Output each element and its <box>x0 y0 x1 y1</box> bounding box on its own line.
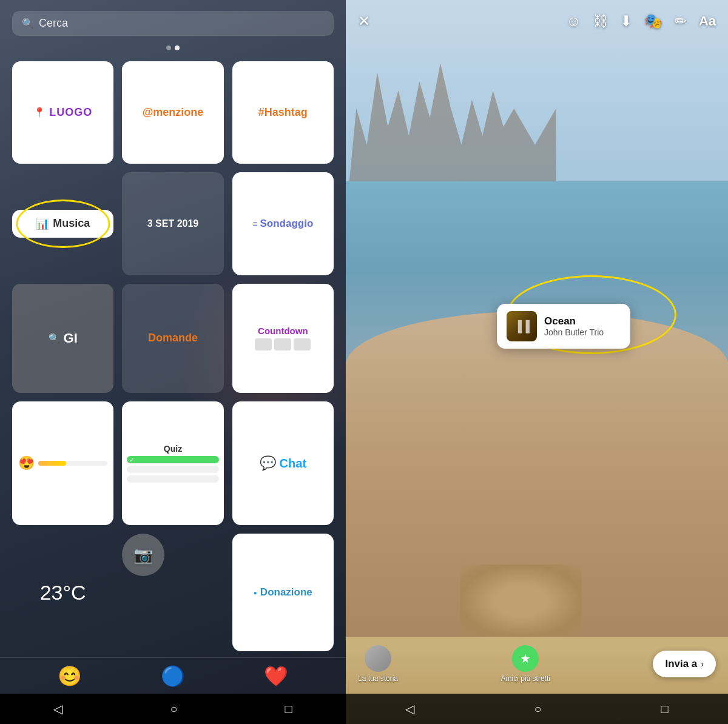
quiz-empty-bar <box>127 475 218 483</box>
sand-sculpture <box>460 565 582 637</box>
send-button[interactable]: Invia a › <box>653 651 716 677</box>
star-icon: ★ <box>520 651 531 666</box>
data-label: 3 SET 2019 <box>147 218 199 229</box>
recents-button[interactable]: □ <box>285 702 292 716</box>
search-icon: 🔍 <box>22 18 34 29</box>
page-dots <box>0 45 346 50</box>
home-button[interactable]: ○ <box>170 702 177 716</box>
your-story-item[interactable]: La tua storia <box>358 645 398 683</box>
dot-1 <box>166 45 171 50</box>
sticker-temperature[interactable]: 23°C <box>12 534 113 651</box>
slider-track <box>38 461 107 466</box>
music-title: Ocean <box>544 315 604 327</box>
sticker-data[interactable]: 3 SET 2019 <box>122 172 223 275</box>
close-friends-label: Amici più stretti <box>501 674 550 683</box>
hashtag-label: #Hashtag <box>258 106 308 119</box>
quiz-correct-bar: ✓ <box>127 456 218 463</box>
left-android-nav: ◁ ○ □ <box>0 694 346 724</box>
sticker-hashtag[interactable]: #Hashtag <box>232 61 334 164</box>
right-back-button[interactable]: ◁ <box>405 702 414 716</box>
pin-icon: 📍 <box>33 107 46 118</box>
search-bar[interactable]: 🔍 Cerca <box>12 11 334 36</box>
temperature-value: 23°C <box>40 581 86 605</box>
quiz-label: Quiz <box>164 444 182 454</box>
sticker-sondaggio[interactable]: ≡ Sondaggio <box>232 172 334 275</box>
sticker-quiz[interactable]: Quiz ✓ <box>122 401 223 525</box>
story-avatar <box>365 645 391 672</box>
bottom-emoji-row: 😊 🔵 ❤️ <box>0 657 346 694</box>
countdown-blocks <box>255 338 311 350</box>
close-button[interactable]: ✕ <box>358 13 370 30</box>
back-button[interactable]: ◁ <box>53 702 62 716</box>
music-sticker-beach[interactable]: ▐▐ Ocean John Butler Trio <box>497 304 630 349</box>
sticker-chat[interactable]: 💬 Chat <box>232 401 334 525</box>
search-placeholder: Cerca <box>39 17 68 30</box>
gif-label: GI <box>64 330 78 346</box>
emoji-sticker-icon[interactable]: ☺ <box>566 13 581 30</box>
toolbar-right-icons: ☺ ⛓ ⬇ 🎭 ✏ Aa <box>566 13 716 30</box>
musica-label: Musica <box>53 217 90 230</box>
sticker-musica[interactable]: 📊 Musica <box>12 210 113 238</box>
quiz-wrong-bar <box>127 466 218 473</box>
sondaggio-icon: ≡ <box>252 219 257 229</box>
sticker-grid: 📍 LUOGO @menzione #Hashtag 📊 Musica 3 SE… <box>0 55 346 657</box>
right-toolbar: ✕ ☺ ⛓ ⬇ 🎭 ✏ Aa <box>346 0 728 42</box>
sticker-musica-wrapper: 📊 Musica <box>12 172 113 275</box>
send-label: Invia a <box>665 658 697 670</box>
countdown-block-2 <box>274 338 291 350</box>
countdown-label: Countdown <box>258 326 308 336</box>
slider-fill <box>38 461 66 466</box>
camera-icon: 📷 <box>133 546 153 565</box>
face-effect-icon[interactable]: 🎭 <box>644 13 662 30</box>
menzione-label: @menzione <box>143 106 204 119</box>
right-android-nav: ◁ ○ □ <box>346 694 728 724</box>
sticker-menzione[interactable]: @menzione <box>122 61 223 164</box>
text-icon[interactable]: Aa <box>699 13 716 29</box>
music-artist: John Butler Trio <box>544 327 604 337</box>
sticker-camera[interactable]: 📷 <box>122 534 164 576</box>
share-row: La tua storia ★ Amici più stretti Invia … <box>358 645 716 683</box>
music-info: Ocean John Butler Trio <box>544 315 604 337</box>
emoji-smile: 😊 <box>58 665 82 688</box>
search-small-icon: 🔍 <box>49 333 60 344</box>
album-art: ▐▐ <box>507 311 537 341</box>
music-bars-icon: 📊 <box>36 217 49 230</box>
sticker-cerca-gif[interactable]: 🔍 GI <box>12 284 113 394</box>
countdown-block-3 <box>294 338 311 350</box>
right-bottom-bar: La tua storia ★ Amici più stretti Invia … <box>346 645 728 694</box>
donazione-label: Donazione <box>260 586 312 598</box>
right-panel: ✕ ☺ ⛓ ⬇ 🎭 ✏ Aa ▐▐ Ocean John Butler Trio <box>346 0 728 724</box>
close-friends-item[interactable]: ★ Amici più stretti <box>501 645 550 683</box>
close-friends-circle: ★ <box>512 645 539 672</box>
story-label: La tua storia <box>358 674 398 683</box>
chat-label: Chat <box>280 457 306 471</box>
luogo-label: LUOGO <box>49 106 92 119</box>
right-home-button[interactable]: ○ <box>534 702 541 716</box>
dot-2 <box>175 45 180 50</box>
emoji-blue: 🔵 <box>161 665 185 688</box>
sticker-donazione[interactable]: ● Donazione <box>232 534 334 651</box>
chevron-right-icon: › <box>701 659 704 669</box>
sticker-countdown[interactable]: Countdown <box>232 284 334 394</box>
link-icon[interactable]: ⛓ <box>593 13 608 30</box>
donazione-dot-icon: ● <box>254 589 257 596</box>
pen-icon[interactable]: ✏ <box>675 13 687 30</box>
right-recents-button[interactable]: □ <box>661 702 668 716</box>
countdown-block-1 <box>255 338 272 350</box>
domande-label: Domande <box>148 332 198 344</box>
sticker-domande[interactable]: Domande <box>122 284 223 394</box>
quiz-check-icon: ✓ <box>129 457 134 463</box>
emoji-slider-icon: 😍 <box>18 455 35 471</box>
left-panel: 🔍 Cerca 📍 LUOGO @menzione #Hashtag 📊 Mus… <box>0 0 346 724</box>
emoji-red: ❤️ <box>264 665 288 688</box>
sticker-luogo[interactable]: 📍 LUOGO <box>12 61 113 164</box>
download-icon[interactable]: ⬇ <box>620 13 632 30</box>
sticker-emoji-slider[interactable]: 😍 <box>12 401 113 525</box>
sondaggio-label: Sondaggio <box>260 218 313 230</box>
story-avatar-inner <box>365 645 391 672</box>
music-waveform-icon: ▐▐ <box>514 320 530 333</box>
chat-bubble-icon: 💬 <box>260 455 276 471</box>
